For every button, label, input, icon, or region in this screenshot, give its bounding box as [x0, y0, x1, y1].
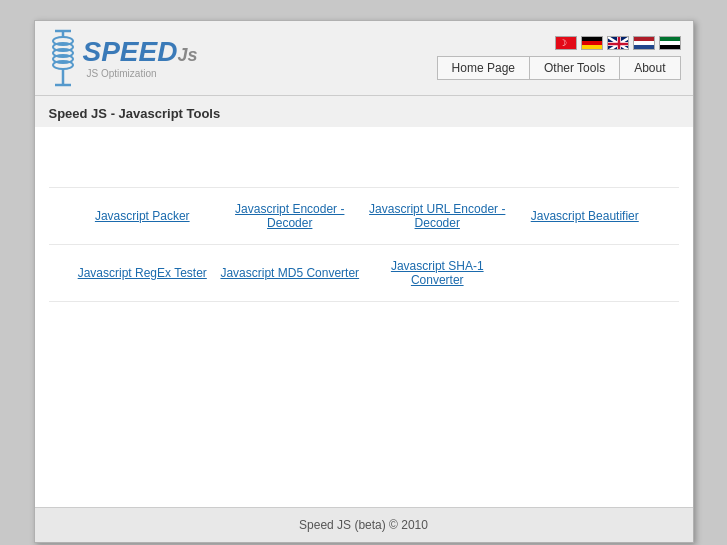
link-js-beautifier[interactable]: Javascript Beautifier — [511, 209, 659, 223]
flag-germany[interactable] — [581, 36, 603, 50]
nav-bar: Home Page Other Tools About — [438, 56, 681, 80]
flag-uae[interactable] — [659, 36, 681, 50]
header-right: Home Page Other Tools About — [438, 36, 681, 80]
link-js-url-encoder[interactable]: Javascript URL Encoder - Decoder — [364, 202, 512, 230]
main-content: Javascript Packer Javascript Encoder - D… — [35, 127, 693, 507]
footer-text: Speed JS (beta) © 2010 — [299, 518, 428, 532]
tools-row-2: Javascript RegEx Tester Javascript MD5 C… — [49, 245, 679, 302]
main-window: SPEED Js JS Optimization — [34, 20, 694, 543]
tools-row-1: Javascript Packer Javascript Encoder - D… — [49, 187, 679, 245]
flag-uk[interactable] — [607, 36, 629, 50]
flag-bar — [555, 36, 681, 50]
home-page-button[interactable]: Home Page — [437, 56, 530, 80]
logo-area: SPEED Js JS Optimization — [47, 29, 198, 87]
logo-speed-text: SPEED — [83, 38, 178, 66]
flag-netherlands[interactable] — [633, 36, 655, 50]
link-js-sha1[interactable]: Javascript SHA-1 Converter — [364, 259, 512, 287]
logo-icon — [47, 29, 79, 87]
logo-js-text: Js — [177, 45, 197, 66]
flag-turkey[interactable] — [555, 36, 577, 50]
logo-subtitle: JS Optimization — [87, 68, 157, 79]
link-js-md5[interactable]: Javascript MD5 Converter — [216, 266, 364, 280]
header: SPEED Js JS Optimization — [35, 21, 693, 96]
link-js-regex[interactable]: Javascript RegEx Tester — [69, 266, 217, 280]
logo-text: SPEED Js JS Optimization — [83, 38, 198, 79]
other-tools-button[interactable]: Other Tools — [529, 56, 620, 80]
about-button[interactable]: About — [619, 56, 680, 80]
page-title: Speed JS - Javascript Tools — [35, 96, 693, 127]
link-js-encoder-decoder[interactable]: Javascript Encoder - Decoder — [216, 202, 364, 230]
footer: Speed JS (beta) © 2010 — [35, 507, 693, 542]
link-js-packer[interactable]: Javascript Packer — [69, 209, 217, 223]
